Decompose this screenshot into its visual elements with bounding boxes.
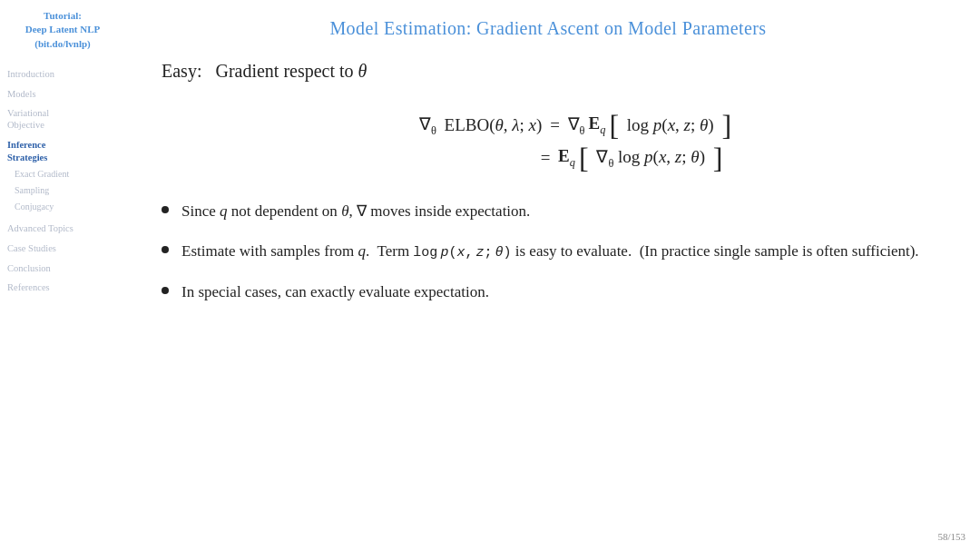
- elbo-text: ELBO(θ, λ; x): [440, 115, 543, 135]
- close-bracket-1: ]: [721, 111, 731, 140]
- bullet-item-3: In special cases, can exactly evaluate e…: [162, 280, 935, 304]
- eq-1: Eq: [589, 113, 606, 137]
- bullet-item-1: Since q not dependent on θ, ∇ moves insi…: [162, 200, 935, 223]
- main-content: Model Estimation: Gradient Ascent on Mod…: [125, 0, 980, 551]
- sidebar: Tutorial: Deep Latent NLP (bit.do/lvnlp)…: [0, 0, 125, 551]
- log-p-1: log p(x, z; θ): [622, 115, 718, 135]
- bullet-dot-2: [162, 246, 169, 253]
- sidebar-item-advanced-topics[interactable]: Advanced Topics: [7, 221, 118, 236]
- easy-line: Easy: Gradient respect to θ: [162, 61, 935, 82]
- sidebar-item-case-studies[interactable]: Case Studies: [7, 241, 118, 256]
- slide-title: Model Estimation: Gradient Ascent on Mod…: [162, 18, 935, 39]
- sidebar-title: Tutorial: Deep Latent NLP (bit.do/lvnlp): [7, 9, 118, 51]
- math-equations: ∇θ ELBO(θ, λ; x) = ∇θ Eq [ log p(x, z; θ…: [216, 107, 935, 176]
- sidebar-item-inference-strategies[interactable]: InferenceStrategies: [7, 139, 118, 163]
- sidebar-item-conjugacy[interactable]: Conjugacy: [15, 200, 118, 213]
- bullet-dot-3: [162, 287, 169, 294]
- equals-1: =: [545, 115, 564, 135]
- log-p-inline: log p(x, z; θ): [413, 245, 511, 261]
- bullet-1-text: Since q not dependent on θ, ∇ moves insi…: [181, 200, 530, 223]
- bullet-item-2: Estimate with samples from q. Term log p…: [162, 240, 935, 263]
- eq-2: Eq: [558, 146, 575, 170]
- sidebar-item-sampling[interactable]: Sampling: [15, 183, 118, 197]
- open-bracket-2: [: [579, 143, 589, 172]
- sidebar-item-models[interactable]: Models: [7, 87, 118, 102]
- open-bracket-1: [: [609, 111, 619, 140]
- sidebar-item-exact-gradient[interactable]: Exact Gradient: [15, 167, 118, 181]
- sidebar-item-variational-objective[interactable]: VariationalObjective: [7, 107, 118, 132]
- bullet-3-text: In special cases, can exactly evaluate e…: [181, 280, 489, 304]
- nabla-theta-2: ∇θ: [568, 113, 585, 138]
- equation-row-1: ∇θ ELBO(θ, λ; x) = ∇θ Eq [ log p(x, z; θ…: [216, 111, 935, 140]
- nabla-theta-3: ∇θ log p(x, z; θ): [593, 146, 710, 171]
- bullet-list: Since q not dependent on θ, ∇ moves insi…: [162, 200, 935, 320]
- sidebar-item-introduction[interactable]: Introduction: [7, 67, 118, 82]
- sidebar-item-references[interactable]: References: [7, 280, 118, 295]
- theta-symbol: θ: [358, 61, 368, 81]
- nabla-theta-1: ∇θ: [419, 113, 436, 138]
- close-bracket-2: ]: [713, 143, 723, 172]
- sidebar-item-conclusion[interactable]: Conclusion: [7, 261, 118, 276]
- page-number: 58/153: [937, 531, 965, 542]
- bullet-dot-1: [162, 206, 169, 213]
- equation-row-2: = Eq [ ∇θ log p(x, z; θ) ]: [216, 143, 935, 172]
- equals-2: =: [541, 148, 554, 168]
- bullet-2-text: Estimate with samples from q. Term log p…: [181, 240, 919, 263]
